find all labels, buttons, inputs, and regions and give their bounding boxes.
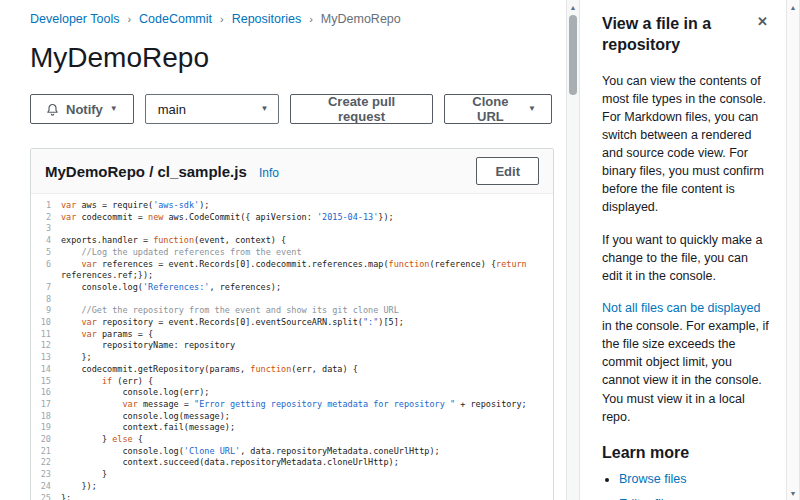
line-number: 4 [31,235,61,247]
line-number: 2 [31,212,61,224]
main-scrollbar[interactable]: ▲ [566,0,580,500]
code-line: 18 console.log(message); [31,411,547,423]
code-token: function [250,364,291,374]
code-line: 21 console.log('Clone URL', data.reposit… [31,446,547,458]
code-token: 'References:' [143,282,210,292]
code-token: ); [199,200,209,210]
file-name: cl_sample.js [158,163,247,180]
code-line-content: var repository = event.Records[0].eventS… [61,317,547,329]
code-token: message = [138,399,194,409]
code-token: ":" [363,317,378,327]
code-line: 15 if (err) { [31,376,547,388]
line-number: 25 [31,493,61,500]
chevron-down-icon: ▼ [260,105,268,113]
line-number: 21 [31,446,61,458]
code-line-content: var message = "Error getting repository … [61,399,547,411]
breadcrumb: Developer Tools › CodeCommit › Repositor… [30,12,552,26]
code-token: return [496,259,527,269]
code-line-content [61,294,547,306]
code-token: var [81,329,96,339]
browse-files-link[interactable]: Browse files [619,472,686,486]
line-number: 18 [31,411,61,423]
code-token: (err, data) { [291,364,358,374]
code-line-content: console.log('References:', references); [61,282,547,294]
line-number: 5 [31,247,61,259]
breadcrumb-developer-tools[interactable]: Developer Tools [30,12,119,26]
code-line: 24 }); [31,481,547,493]
breadcrumb-separator-icon: › [220,13,224,25]
breadcrumb-current-repo: MyDemoRepo [321,12,401,26]
line-number: 16 [31,387,61,399]
code-token: new [148,212,163,222]
code-line: 16 console.log(err); [31,387,547,399]
info-link[interactable]: Info [259,166,279,180]
code-lines: 1var aws = require('aws-sdk');2var codec… [31,200,547,500]
code-token: exports.handler = [61,235,153,245]
line-number: 9 [31,305,61,317]
repo-name: MyDemoRepo [45,163,145,180]
breadcrumb-repositories[interactable]: Repositories [232,12,301,26]
code-token: function [389,259,430,269]
scroll-down-icon[interactable]: ▼ [787,486,799,500]
code-line-content: var aws = require('aws-sdk'); [61,200,547,212]
line-number: 23 [31,469,61,481]
line-number: 10 [31,317,61,329]
code-line-content: }; [61,493,547,500]
code-line: 14 codecommit.getRepository(params, func… [31,364,547,376]
bell-icon [46,103,59,116]
line-number: 19 [31,422,61,434]
code-token: 'aws-sdk' [153,200,199,210]
notify-button-label: Notify [66,102,103,117]
close-icon[interactable]: ✕ [755,14,770,29]
code-token: { [133,434,143,444]
line-number: 11 [31,329,61,341]
panel-scrollbar[interactable]: ▲ ▼ [786,0,800,500]
code-token: , references); [209,282,281,292]
path-separator: / [145,163,158,180]
line-number: 20 [31,434,61,446]
code-line-content: } [61,469,547,481]
code-line: 8 [31,294,547,306]
learn-more-links: Browse files Edit a file Add a file [602,472,770,500]
edit-button[interactable]: Edit [476,157,539,185]
code-line-content: console.log(err); [61,387,547,399]
code-line: 25}; [31,493,547,500]
code-line-content: exports.handler = function(event, contex… [61,235,547,247]
code-token [61,399,122,409]
code-line: 9 //Get the repository from the event an… [31,305,547,317]
code-line: 10 var repository = event.Records[0].eve… [31,317,547,329]
clone-url-button[interactable]: Clone URL ▼ [444,94,552,124]
create-pull-request-button[interactable]: Create pull request [290,94,432,124]
code-line: 13 }; [31,352,547,364]
code-token: //Get the repository from the event and … [81,305,398,315]
scroll-up-icon[interactable]: ▲ [567,0,579,14]
code-token: }; [61,493,71,500]
code-token: //Log the updated references from the ev… [81,247,301,257]
code-token: repository = event.Records[0].eventSourc… [97,317,363,327]
code-token: }; [61,352,92,362]
toolbar: Notify ▼ main ▼ Create pull request Clon… [30,94,552,124]
help-paragraph-1: You can view the contents of most file t… [602,72,770,217]
code-line-content: references.ref;}); [61,270,547,282]
code-line: 22 context.succeed(data.repositoryMetada… [31,457,547,469]
code-line-content: //Log the updated references from the ev… [61,247,547,259]
code-token: }); [61,481,97,491]
line-number: 17 [31,399,61,411]
code-token: codecommit = [76,212,148,222]
code-line-content: }); [61,481,547,493]
code-token: } [61,469,107,479]
list-item: Browse files [619,472,770,486]
scroll-up-icon[interactable]: ▲ [787,0,799,14]
help-paragraph-3: Not all files can be displayed in the co… [602,299,770,426]
branch-select[interactable]: main ▼ [145,94,280,124]
main-scrollbar-thumb[interactable] [569,15,577,95]
breadcrumb-codecommit[interactable]: CodeCommit [139,12,212,26]
notify-button[interactable]: Notify ▼ [30,94,134,124]
code-line-content: var params = { [61,329,547,341]
code-token: references = event.Records[0].codecommit… [97,259,389,269]
code-token: console.log(message); [61,411,230,421]
file-path-title: MyDemoRepo / cl_sample.js Info [45,163,279,180]
code-token [61,259,81,269]
not-all-files-link[interactable]: Not all files can be displayed [602,301,760,315]
file-card-header: MyDemoRepo / cl_sample.js Info Edit [31,149,553,194]
